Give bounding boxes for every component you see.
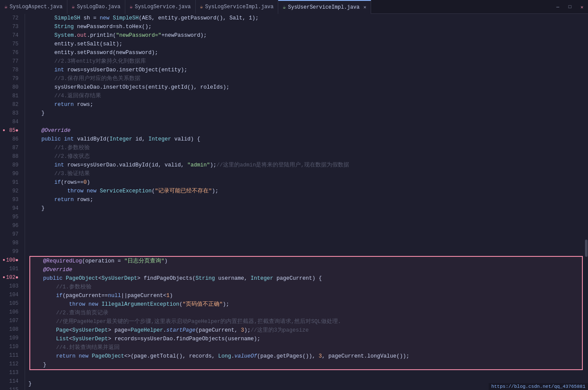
maximize-button[interactable]: □ — [564, 0, 576, 14]
java-icon: ☕ — [283, 4, 286, 10]
line-72: SimpleSH sh = new SimpleSH(AES, entity.g… — [29, 14, 585, 22]
line-109: List<SysUserDept> records=sysUserDao.fin… — [30, 335, 582, 343]
ln-77: 77 — [6, 57, 21, 66]
ln-75: 75 — [6, 40, 21, 48]
ln-90: 90 — [6, 169, 21, 178]
java-icon: ☕ — [4, 3, 7, 10]
line-107: //使用PageHelper最关键的一个步骤,这里表示启动PageHelper的… — [30, 317, 582, 326]
ln-89: 89 — [6, 161, 21, 169]
line-100: @RequiredLog(operation = "日志分页查询") — [30, 257, 582, 265]
breakpoint-85: ● — [3, 128, 5, 133]
tab-syslogdao[interactable]: ☕ SysLogDao.java — [67, 0, 125, 14]
ln-112: 112 — [6, 360, 21, 368]
ln-99: 99 — [6, 247, 21, 256]
ln-72: 72 — [6, 14, 21, 22]
ln-103: 103 — [6, 282, 21, 291]
ln-83: 83 — [6, 109, 21, 118]
close-tab-button[interactable]: ✕ — [363, 4, 366, 10]
ln-73: 73 — [6, 22, 21, 31]
line-87: //1.参数校验 — [29, 144, 585, 152]
ln-91: 91 — [6, 178, 21, 187]
breakpoint-102: ● — [3, 275, 5, 280]
tab-label: SysLogAspect.java — [10, 4, 62, 10]
ln-114: 114 — [6, 377, 21, 386]
ln-80: 80 — [6, 83, 21, 92]
tab-syslogaspect[interactable]: ☕ SysLogAspect.java — [0, 0, 67, 14]
line-77: //2.3将entity对象持久化到数据库 — [29, 57, 585, 66]
tab-label: SysUserServiceImpl.java — [288, 4, 359, 10]
line-105: throw new IllegalArgumentException("页码值不… — [30, 300, 582, 309]
line-78: int rows=sysUserDao.insertObject(entity)… — [29, 66, 585, 74]
ln-95: 95 — [6, 213, 21, 221]
left-gutter: ● ● ● — [0, 14, 6, 390]
ln-100: 100● — [6, 256, 21, 265]
ln-115: 115 — [6, 386, 21, 390]
line-86: public int validById(Integer id, Integer… — [29, 135, 585, 144]
line-111: return new PageObject<>(page.getTotal(),… — [30, 352, 582, 361]
ln-84: 84 — [6, 118, 21, 126]
line-79: //3.保存用户对应的角色关系数据 — [29, 74, 585, 83]
line-108: Page<SysUserDept> page=PageHelper.startP… — [30, 326, 582, 335]
line-103: //1.参数校验 — [30, 283, 582, 291]
tab-sysuserserviceimpl[interactable]: ☕ SysUserServiceImpl.java ✕ — [278, 0, 371, 14]
tab-label: SysLogServiceImpl.java — [205, 4, 273, 10]
tab-bar: ☕ SysLogAspect.java ☕ SysLogDao.java ☕ S… — [0, 0, 588, 14]
ln-88: 88 — [6, 152, 21, 161]
scrollbar-thumb[interactable] — [585, 240, 588, 257]
line-81: //4.返回保存结果 — [29, 92, 585, 100]
java-icon: ☕ — [130, 3, 133, 10]
ln-104: 104 — [6, 291, 21, 299]
ln-98: 98 — [6, 239, 21, 247]
line-85: @Override — [29, 126, 585, 135]
code-area: ● ● ● 72 73 74 75 76 77 78 79 80 81 82 8… — [0, 14, 588, 390]
ln-96: 96 — [6, 221, 21, 230]
ln-101: 101 — [6, 265, 21, 273]
line-82: return rows; — [29, 100, 585, 109]
vertical-scrollbar[interactable] — [585, 14, 588, 390]
ln-81: 81 — [6, 92, 21, 100]
line-80: sysUserRoleDao.insertObjects(entity.getI… — [29, 83, 585, 92]
line-98 — [29, 239, 585, 247]
line-112: } — [30, 361, 582, 369]
line-89: int rows=sysUserDao.validById(id, valid,… — [29, 161, 585, 169]
java-icon: ☕ — [72, 3, 75, 10]
line-76: entity.setPassword(newPassword); — [29, 48, 585, 57]
line-110: //4.封装查询结果并返回 — [30, 343, 582, 352]
line-numbers: 72 73 74 75 76 77 78 79 80 81 82 83 84 8… — [6, 14, 25, 390]
line-104: if(pageCurrent==null||pageCurrent<1) — [30, 291, 582, 300]
ln-85: 85● — [6, 126, 21, 135]
line-74: System.out.println("newPassword="+newPas… — [29, 31, 585, 40]
ln-86: 86 — [6, 135, 21, 144]
line-101: @Override — [30, 265, 582, 274]
line-91: if(rows==0) — [29, 178, 585, 187]
url-text: https://blog.csdn.net/qq_43765881 — [491, 384, 585, 389]
ln-110: 110 — [6, 342, 21, 351]
ln-78: 78 — [6, 66, 21, 74]
close-button[interactable]: ✕ — [576, 0, 588, 14]
tab-syslogserviceimpl[interactable]: ☕ SysLogServiceImpl.java — [196, 0, 279, 14]
ide-window: ☕ SysLogAspect.java ☕ SysLogDao.java ☕ S… — [0, 0, 588, 390]
line-96 — [29, 221, 585, 230]
breakpoint-100: ● — [3, 258, 5, 262]
line-73: String newPassword=sh.toHex(); — [29, 22, 585, 31]
ln-76: 76 — [6, 48, 21, 57]
ln-105: 105 — [6, 299, 21, 308]
code-content[interactable]: SimpleSH sh = new SimpleSH(AES, entity.g… — [25, 14, 585, 390]
ln-113: 113 — [6, 368, 21, 377]
window-controls: — □ ✕ — [552, 0, 588, 14]
tab-syslogservice[interactable]: ☕ SysLogService.java — [125, 0, 196, 14]
ln-107: 107 — [6, 316, 21, 325]
line-106: //2.查询当前页记录 — [30, 309, 582, 317]
ln-94: 94 — [6, 204, 21, 213]
line-92: throw new ServiceException("记录可能已经不存在"); — [29, 187, 585, 195]
ln-93: 93 — [6, 195, 21, 204]
line-84 — [29, 118, 585, 126]
ln-102: 102● — [6, 273, 21, 282]
ln-108: 108 — [6, 325, 21, 334]
line-97 — [29, 230, 585, 239]
ln-92: 92 — [6, 187, 21, 195]
minimize-button[interactable]: — — [552, 0, 564, 14]
line-102: public PageObject<SysUserDept> findPageO… — [30, 274, 582, 283]
line-75: entity.setSalt(salt); — [29, 40, 585, 48]
line-95 — [29, 213, 585, 221]
